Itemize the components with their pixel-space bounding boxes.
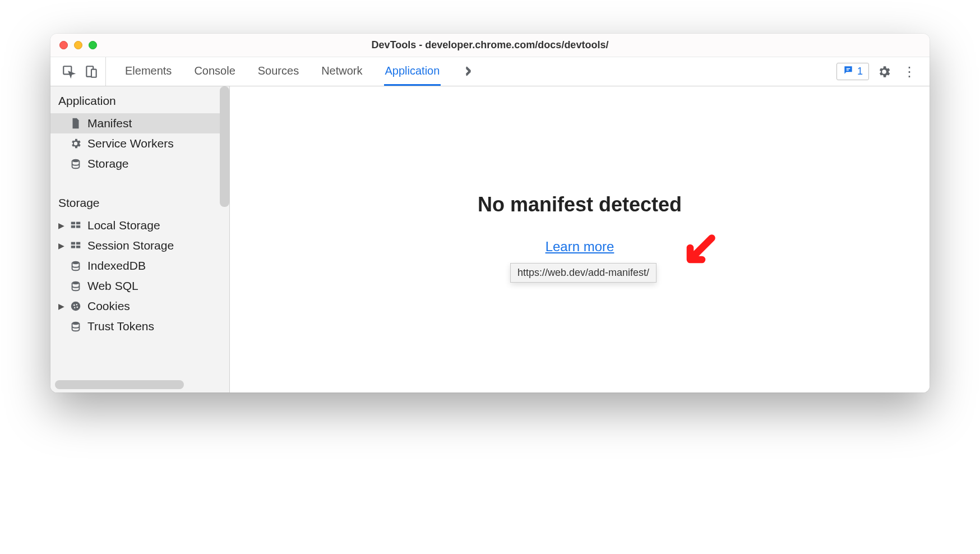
- window-controls: [59, 41, 97, 49]
- svg-rect-10: [71, 242, 75, 245]
- chevron-right-icon: ▶: [57, 241, 65, 250]
- sidebar-item-indexeddb[interactable]: IndexedDB: [50, 256, 229, 276]
- svg-point-19: [74, 307, 75, 308]
- panel-content: Application Manifest Service Workers Sto…: [50, 86, 930, 393]
- devtools-window: DevTools - developer.chrome.com/docs/dev…: [50, 34, 930, 393]
- svg-point-14: [72, 261, 80, 265]
- svg-rect-2: [91, 69, 96, 77]
- svg-point-15: [72, 281, 80, 285]
- learn-more-link[interactable]: Learn more: [546, 239, 614, 255]
- minimize-window-button[interactable]: [74, 41, 82, 49]
- more-options-button[interactable]: ⋮: [899, 64, 919, 80]
- devtools-tabstrip: Elements Console Sources Network Applica…: [50, 57, 930, 86]
- gear-icon: [70, 137, 82, 150]
- maximize-window-button[interactable]: [89, 41, 97, 49]
- toggle-device-toolbar-icon[interactable]: [84, 64, 99, 79]
- sidebar-item-cookies[interactable]: ▶ Cookies: [50, 296, 229, 316]
- tabstrip-right-tools: 1 ⋮: [831, 57, 925, 86]
- inspect-tools: [55, 57, 106, 86]
- more-tabs-button[interactable]: [461, 57, 475, 86]
- sidebar-item-service-workers[interactable]: Service Workers: [50, 133, 229, 154]
- sidebar-item-web-sql[interactable]: Web SQL: [50, 276, 229, 296]
- sidebar-item-label: Web SQL: [87, 279, 138, 293]
- issues-count: 1: [857, 66, 863, 77]
- section-storage-header: Storage: [50, 188, 229, 215]
- window-title: DevTools - developer.chrome.com/docs/dev…: [50, 39, 930, 51]
- svg-rect-6: [71, 222, 75, 225]
- sidebar-item-label: Local Storage: [87, 219, 160, 232]
- titlebar: DevTools - developer.chrome.com/docs/dev…: [50, 34, 930, 57]
- sidebar-item-label: Trust Tokens: [87, 320, 154, 333]
- sidebar-scrollbar[interactable]: [220, 86, 229, 207]
- svg-point-5: [72, 159, 80, 163]
- table-icon: [70, 219, 82, 232]
- tab-network[interactable]: Network: [320, 57, 363, 86]
- svg-rect-9: [76, 225, 80, 228]
- sidebar-item-label: Cookies: [87, 299, 130, 313]
- sidebar-item-label: IndexedDB: [87, 259, 146, 273]
- sidebar-item-label: Manifest: [87, 117, 132, 130]
- sidebar-item-label: Storage: [87, 157, 129, 170]
- application-sidebar: Application Manifest Service Workers Sto…: [50, 86, 230, 393]
- chevron-right-icon: ▶: [57, 302, 65, 311]
- file-icon: [70, 117, 82, 130]
- sidebar-item-label: Session Storage: [87, 239, 174, 252]
- svg-point-21: [72, 322, 80, 325]
- svg-point-20: [76, 306, 78, 308]
- svg-point-16: [71, 302, 81, 311]
- svg-rect-8: [71, 225, 75, 228]
- issues-counter[interactable]: 1: [836, 63, 869, 80]
- sidebar-item-storage-app[interactable]: Storage: [50, 154, 229, 174]
- tab-elements[interactable]: Elements: [124, 57, 173, 86]
- svg-rect-4: [847, 70, 849, 71]
- no-manifest-heading: No manifest detected: [478, 193, 682, 216]
- chevron-right-icon: ▶: [57, 221, 65, 230]
- link-tooltip: https://web.dev/add-manifest/: [510, 263, 657, 283]
- cookie-icon: [70, 300, 82, 312]
- svg-rect-11: [76, 242, 80, 245]
- table-icon: [70, 239, 82, 252]
- svg-rect-12: [71, 246, 75, 248]
- svg-rect-3: [847, 68, 850, 70]
- database-icon: [70, 260, 82, 272]
- svg-rect-7: [76, 222, 80, 225]
- svg-rect-13: [76, 246, 80, 248]
- svg-point-17: [73, 304, 75, 306]
- database-icon: [70, 280, 82, 292]
- tab-console[interactable]: Console: [193, 57, 236, 86]
- svg-point-18: [76, 304, 77, 305]
- issue-icon: [843, 64, 854, 79]
- inspect-element-icon[interactable]: [62, 64, 76, 79]
- panel-tabs: Elements Console Sources Network Applica…: [110, 57, 831, 86]
- database-icon: [70, 158, 82, 170]
- close-window-button[interactable]: [59, 41, 68, 49]
- tab-application[interactable]: Application: [384, 57, 441, 86]
- settings-button[interactable]: [877, 64, 891, 79]
- sidebar-item-manifest[interactable]: Manifest: [50, 113, 229, 133]
- database-icon: [70, 320, 82, 333]
- section-application-header: Application: [50, 86, 229, 113]
- annotation-arrow-icon: [678, 232, 718, 274]
- tab-sources[interactable]: Sources: [257, 57, 300, 86]
- sidebar-item-trust-tokens[interactable]: Trust Tokens: [50, 316, 229, 336]
- sidebar-item-local-storage[interactable]: ▶ Local Storage: [50, 215, 229, 236]
- main-panel: No manifest detected Learn more https://…: [230, 86, 930, 393]
- sidebar-item-session-storage[interactable]: ▶ Session Storage: [50, 236, 229, 256]
- sidebar-item-label: Service Workers: [87, 137, 174, 150]
- sidebar-horizontal-scrollbar[interactable]: [55, 380, 184, 389]
